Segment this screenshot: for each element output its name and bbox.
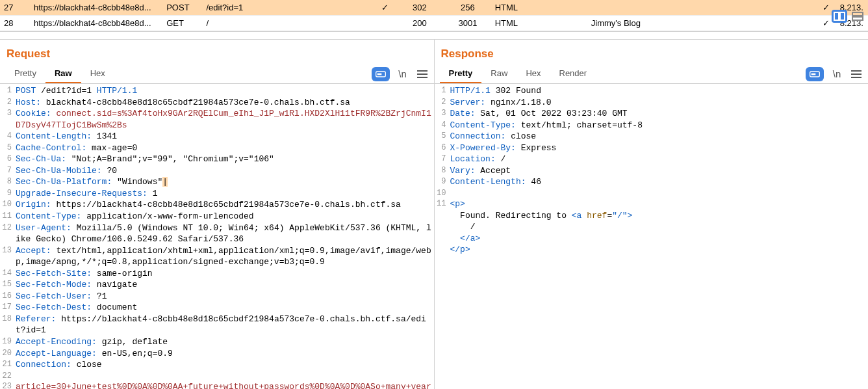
layout-toggles [832,10,868,23]
request-code[interactable]: 1POST /edit?id=1 HTTP/1.12Host: blackhat… [0,84,434,389]
svg-rect-3 [840,12,845,20]
code-line: 14Sec-Fetch-Site: same-origin [0,268,434,280]
request-pane: Request PrettyRawHex \n 1POST /edit?id=1… [0,40,435,389]
newline-icon[interactable]: \n [830,68,843,81]
svg-rect-4 [852,12,863,16]
cell-num: 27 [0,0,30,16]
cell-host: https://blackhat4-c8cbb48e8d... [30,0,162,16]
code-line: Found. Redirecting to <a href="/"> [435,210,869,222]
code-line: 7Location: / [435,154,869,165]
cell-length: 256 [444,0,491,16]
code-line: 3Date: Sat, 01 Oct 2022 03:23:40 GMT [435,108,869,120]
table-row[interactable]: 28https://blackhat4-c8cbb48e8d...GET/200… [0,16,868,31]
request-tab-actions: \n [372,67,429,81]
code-line: 13Accept: text/html,application/xhtml+xm… [0,245,434,268]
code-line: 16Sec-Fetch-User: ?1 [0,291,434,302]
code-line: 19Accept-Encoding: gzip, deflate [0,336,434,348]
layout-rows-icon[interactable] [850,10,865,23]
svg-rect-7 [811,73,816,75]
code-line: 6X-Powered-By: Express [435,142,869,154]
code-line: 2Server: nginx/1.18.0 [435,97,869,109]
response-tabs: PrettyRawHexRender [440,64,596,83]
code-line: 10Origin: https://blackhat4-c8cbb48e8d18… [0,199,434,211]
cell-host: https://blackhat4-c8cbb48e8d... [30,16,162,31]
code-line: 11Content-Type: application/x-www-form-u… [0,211,434,222]
code-line: 5Connection: close [435,131,869,142]
response-tab-actions: \n [806,67,863,81]
actions-icon[interactable] [806,67,824,81]
code-line: 8Vary: Accept [435,165,869,177]
panes: Request PrettyRawHex \n 1POST /edit?id=1… [0,39,868,389]
response-title: Response [435,40,869,64]
cell-mime: HTML [491,16,587,31]
cell-title: Jimmy's Blog [587,16,717,31]
actions-icon[interactable] [372,67,390,81]
code-line: </p> [435,244,869,256]
hamburger-icon[interactable] [416,69,429,79]
code-line: 10 [435,188,869,198]
hamburger-icon[interactable] [850,69,863,79]
cell-status: 302 [395,0,445,16]
code-line: 11<p> [435,198,869,210]
request-tab-row: PrettyRawHex \n [0,64,434,84]
code-line: 17Sec-Fetch-Dest: document [0,302,434,314]
cell-check1 [375,16,395,31]
cell-path: / [202,16,375,31]
code-line: 3Cookie: connect.sid=s%3Af4toHx9GAr2RQEl… [0,108,434,131]
spacer [0,31,868,39]
code-line: 21Connection: close [0,359,434,371]
cell-comment [717,16,816,31]
cell-status: 200 [395,16,445,31]
code-line: 7Sec-Ch-Ua-Mobile: ?0 [0,165,434,177]
svg-rect-2 [834,12,839,20]
code-line: 2Host: blackhat4-c8cbb48e8d18c65cbdf2198… [0,97,434,109]
tab-hex[interactable]: Hex [517,64,550,83]
response-pane: Response PrettyRawHexRender \n 1HTTP/1.1… [435,40,869,389]
code-line: 9Content-Length: 46 [435,176,869,188]
code-line: 20Accept-Language: en-US,en;q=0.9 [0,348,434,360]
code-line: 9Upgrade-Insecure-Requests: 1 [0,188,434,200]
code-line: 22 [0,371,434,381]
svg-rect-1 [377,73,381,75]
cell-title [587,0,717,16]
cell-comment [717,0,816,16]
code-line: 23article=30+June+test%0D%0A%0D%0AA+futu… [0,381,434,389]
newline-icon[interactable]: \n [396,68,409,81]
cell-check1: ✓ [375,0,395,16]
code-line: / [435,221,869,233]
code-line: 8Sec-Ch-Ua-Platform: "Windows"| [0,176,434,188]
code-line: 1HTTP/1.1 302 Found [435,85,869,97]
response-tab-row: PrettyRawHexRender \n [435,64,869,84]
cell-length: 3001 [444,16,491,31]
response-code[interactable]: 1HTTP/1.1 302 Found2Server: nginx/1.18.0… [435,84,869,389]
svg-rect-5 [852,17,863,20]
code-line: 4Content-Type: text/html; charset=utf-8 [435,120,869,131]
request-title: Request [0,40,434,64]
cell-num: 28 [0,16,30,31]
history-table: 27https://blackhat4-c8cbb48e8d...POST/ed… [0,0,868,31]
tab-raw[interactable]: Raw [45,64,81,83]
cell-path: /edit?id=1 [202,0,375,16]
tab-raw[interactable]: Raw [481,64,517,83]
tab-pretty[interactable]: Pretty [440,64,482,83]
code-line: 1POST /edit?id=1 HTTP/1.1 [0,85,434,97]
tab-pretty[interactable]: Pretty [5,64,45,83]
cell-mime: HTML [491,0,587,16]
code-line: 6Sec-Ch-Ua: "Not;A=Brand";v="99", "Chrom… [0,154,434,165]
code-line: 4Content-Length: 1341 [0,131,434,142]
layout-columns-icon[interactable] [832,10,847,23]
tab-hex[interactable]: Hex [81,64,114,83]
cell-method: POST [162,0,202,16]
cell-method: GET [162,16,202,31]
code-line: 12User-Agent: Mozilla/5.0 (Windows NT 10… [0,222,434,245]
request-tabs: PrettyRawHex [5,64,114,83]
table-row[interactable]: 27https://blackhat4-c8cbb48e8d...POST/ed… [0,0,868,16]
code-line: 18Referer: https://blackhat4-c8cbb48e8d1… [0,314,434,336]
tab-render[interactable]: Render [550,64,596,83]
code-line: 15Sec-Fetch-Mode: navigate [0,279,434,291]
code-line: 5Cache-Control: max-age=0 [0,142,434,154]
code-line: </a> [435,233,869,245]
